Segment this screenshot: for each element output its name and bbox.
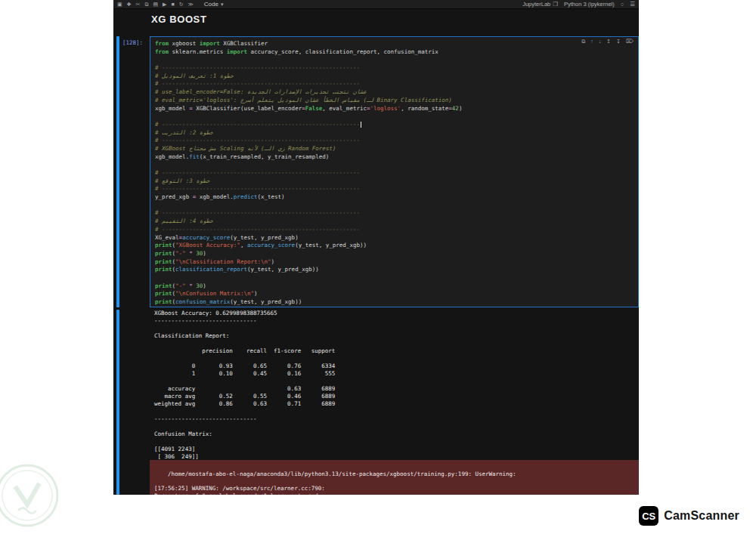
code-line: # eval_metric='logloss': مقياس الخطأ عشا… [155,97,634,105]
camscanner-logo: CS CamScanner [639,506,739,526]
jupyterlab-label: JupyterLab [522,1,550,8]
cell-type-dropdown[interactable]: Code ▾ [204,1,224,8]
toolbar-right: JupyterLab ❐ Python 3 (ipykernel) ○ ☰ [522,1,635,8]
code-line: # خطوة 1: تعريف الموديل [155,73,634,81]
code-line: print(confusion_matrix(y_test, y_pred_xg… [155,298,634,307]
code-line: # --------------------------------------… [155,209,634,218]
code-line: xgb_model.fit(x_train_resampled, y_train… [155,153,634,162]
notebook-title: XG BOOST [151,14,206,25]
code-line: print("\nClassification Report:\n") [155,258,634,267]
output-text: XGBoost Accuracy: 0.6299898388735665 ---… [154,310,335,461]
code-line: # XGBoost مش محتاج Scaling لأنه (زي الـ … [155,145,634,153]
code-line: XG_eval=accuracy_score(y_test, y_pred_xg… [155,234,634,242]
camscanner-badge-icon: CS [639,506,658,526]
code-line: # --------------------------------------… [155,137,634,145]
code-line: # use_label_encoder=False: عشان نتجنب تح… [155,88,634,97]
code-line: # --------------------------------------… [155,121,634,129]
text-cursor [361,122,361,128]
cell-toolbar: ⧉↑↓↥↧⌦ [581,39,634,44]
jupyterlab-link[interactable]: JupyterLab ❐ [522,1,558,8]
output-selection-bar[interactable] [116,310,119,495]
execution-count: [128]: [122,39,143,46]
toolbar-left-icons: ▣✚✂⧉▤▶■↻≫ [117,2,194,7]
code-line [155,161,634,169]
run-cell-icon[interactable]: ▶ [163,2,166,7]
code-line [155,56,634,64]
code-line: # --------------------------------------… [155,185,634,193]
watermark-logo [0,462,60,529]
insert-cell-below-icon[interactable]: ↧ [616,39,621,44]
camscanner-label: CamScanner [664,509,739,523]
move-cell-down-icon[interactable]: ↓ [599,39,602,44]
add-cell-icon[interactable]: ✚ [127,2,132,7]
code-line: # --------------------------------------… [155,226,634,234]
code-line [155,202,634,210]
stderr-warning: /home/mostafa-abo-el-naga/anaconda3/lib/… [150,460,639,495]
open-external-icon: ❐ [553,2,558,8]
code-editor[interactable]: from xgboost import XGBClassifierfrom sk… [150,37,638,307]
insert-cell-above-icon[interactable]: ↥ [606,39,611,44]
restart-run-all-icon[interactable]: ≫ [188,2,194,7]
code-line: # --------------------------------------… [155,80,634,88]
code-line: # --------------------------------------… [155,169,634,177]
code-line: print(classification_report(y_test, y_pr… [155,266,634,274]
code-line: # خطوة 3: التوقع [155,177,634,186]
delete-cell-icon[interactable]: ⌦ [626,39,634,44]
code-line: xgb_model = XGBClassifier(use_label_enco… [155,105,634,113]
code-line: print("\nConfusion Matrix:\n") [155,290,634,298]
kernel-status-icon[interactable]: ○ [621,2,624,8]
code-line: print("XGBoost Accuracy:", accuracy_scor… [155,242,634,250]
code-cell[interactable]: ⧉↑↓↥↧⌦ from xgboost import XGBClassifier… [150,36,639,307]
cell-selection-bar[interactable] [116,36,119,307]
jupyter-toolbar: ▣✚✂⧉▤▶■↻≫ Code ▾ JupyterLab ❐ Python 3 (… [113,0,639,9]
warning-text: /home/mostafa-abo-el-naga/anaconda3/lib/… [154,471,516,495]
code-line: y_pred_xgb = xgb_model.predict(x_test) [155,193,634,202]
interrupt-kernel-icon[interactable]: ■ [171,2,174,7]
cut-cell-icon[interactable]: ✂ [136,2,141,7]
duplicate-cell-icon[interactable]: ⧉ [581,39,585,44]
save-icon[interactable]: ▣ [117,2,122,7]
restart-kernel-icon[interactable]: ↻ [179,2,184,7]
chevron-down-icon: ▾ [221,2,224,7]
paste-cell-icon[interactable]: ▤ [153,2,158,7]
code-line [155,113,634,121]
kernel-name[interactable]: Python 3 (ipykernel) [564,1,615,8]
code-line: print("-" * 30) [155,250,634,258]
code-line: print("-" * 30) [155,282,634,291]
code-line: from sklearn.metrics import accuracy_sco… [155,48,634,57]
jupyter-notebook-window: ▣✚✂⧉▤▶■↻≫ Code ▾ JupyterLab ❐ Python 3 (… [113,0,639,495]
code-line: # --------------------------------------… [155,64,634,73]
code-line: # خطوة 2: التدريب [155,129,634,137]
code-line: from xgboost import XGBClassifier [155,40,634,48]
menu-icon[interactable]: ☰ [630,2,635,8]
cell-type-label: Code [204,1,218,8]
move-cell-up-icon[interactable]: ↑ [590,39,593,44]
copy-cell-icon[interactable]: ⧉ [144,2,148,7]
code-line [155,274,634,282]
code-line: # خطوة 4: التقييم [155,218,634,226]
